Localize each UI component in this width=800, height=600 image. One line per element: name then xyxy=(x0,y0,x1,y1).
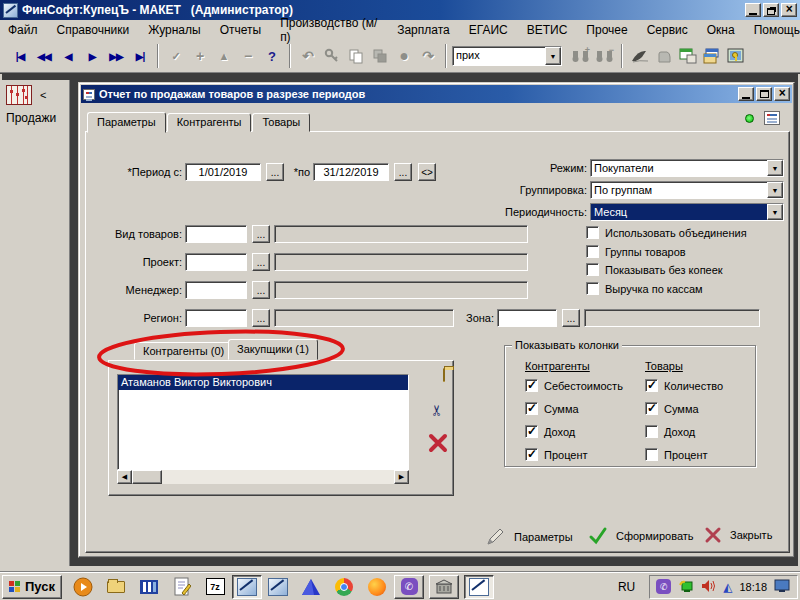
project-input[interactable] xyxy=(185,253,247,271)
viber-tray-icon[interactable]: ✆ xyxy=(656,579,671,594)
copy-button[interactable] xyxy=(344,44,368,68)
scroll-left-button[interactable]: ◀ xyxy=(117,470,132,484)
new-window-button[interactable] xyxy=(676,44,700,68)
dropdown-arrow-icon[interactable]: ▼ xyxy=(767,182,783,198)
goods-percent-checkbox[interactable] xyxy=(645,448,658,461)
folder-icon[interactable] xyxy=(104,575,128,599)
goods-sum-checkbox[interactable] xyxy=(645,402,658,415)
redo-button[interactable]: ↷ xyxy=(416,44,440,68)
period-swap-button[interactable]: <> xyxy=(418,163,436,181)
sidebar-collapse-button[interactable]: < xyxy=(40,89,46,101)
stop-button[interactable]: ● xyxy=(392,44,416,68)
goods-groups-checkbox[interactable] xyxy=(586,245,599,258)
manager-input[interactable] xyxy=(185,281,247,299)
volume-tray-icon[interactable] xyxy=(701,579,716,595)
income-checkbox[interactable] xyxy=(525,425,538,438)
layers-button[interactable] xyxy=(368,44,392,68)
periodicity-combobox[interactable]: Месяц ▼ xyxy=(590,203,784,221)
subtab-contractors[interactable]: Контрагенты (0) xyxy=(134,342,233,360)
menu-item[interactable]: Отчеты xyxy=(220,23,261,37)
undo-button[interactable]: ↶ xyxy=(296,44,320,68)
nav-fast-next-button[interactable]: ▶▶ xyxy=(104,44,128,68)
start-button[interactable]: Пуск xyxy=(2,575,62,599)
periodicity-value[interactable]: Месяц xyxy=(591,204,767,220)
mode-value[interactable]: Покупатели xyxy=(591,160,767,176)
goods-type-input[interactable] xyxy=(185,225,247,243)
period-from-browse-button[interactable]: ... xyxy=(266,163,284,181)
menu-item[interactable]: Файл xyxy=(8,23,38,37)
buyers-listbox[interactable]: Атаманов Виктор Викторович xyxy=(117,374,409,470)
period-from-input[interactable] xyxy=(185,163,261,181)
sidebar-label[interactable]: Продажи xyxy=(6,111,65,125)
cost-checkbox[interactable] xyxy=(525,379,538,392)
region-browse-button[interactable]: ... xyxy=(252,309,270,327)
nav-next-button[interactable]: ▶ xyxy=(80,44,104,68)
nav-last-button[interactable]: ▶| xyxy=(128,44,152,68)
report-view-icon[interactable] xyxy=(764,111,780,125)
find-next-button[interactable]: + xyxy=(568,44,592,68)
nav-fast-prev-button[interactable]: ◀◀ xyxy=(32,44,56,68)
scroll-thumb[interactable] xyxy=(132,470,162,484)
media-player-icon[interactable] xyxy=(71,575,95,599)
manager-browse-button[interactable]: ... xyxy=(252,281,270,299)
add-button[interactable]: + xyxy=(188,44,212,68)
confirm-button[interactable]: ✓ xyxy=(164,44,188,68)
grouping-combobox[interactable]: По группам ▼ xyxy=(590,181,784,199)
report-minimize-button[interactable] xyxy=(738,87,754,101)
close-button[interactable]: × xyxy=(781,3,797,17)
period-to-input[interactable] xyxy=(313,163,389,181)
edit-button[interactable]: ▲ xyxy=(212,44,236,68)
menu-item[interactable]: Журналы xyxy=(148,23,200,37)
display-tray-icon[interactable] xyxy=(774,579,791,595)
cash-revenue-checkbox[interactable] xyxy=(586,282,599,295)
generate-button[interactable]: Сформировать xyxy=(588,526,694,546)
add-buyer-button[interactable] xyxy=(443,369,445,381)
tab-contractors[interactable]: Контрагенты xyxy=(167,113,252,132)
menu-item[interactable]: Помощь xyxy=(754,23,800,37)
menu-item[interactable]: Окна xyxy=(707,23,735,37)
project-browse-button[interactable]: ... xyxy=(252,253,270,271)
dropdown-arrow-icon[interactable]: ▼ xyxy=(767,160,783,176)
sign-button[interactable] xyxy=(628,44,652,68)
tab-goods[interactable]: Товары xyxy=(252,113,310,132)
delete-buyer-button[interactable] xyxy=(428,433,448,455)
key-button[interactable] xyxy=(320,44,344,68)
menu-item[interactable]: Прочее xyxy=(586,23,627,37)
filter-combobox[interactable]: прих ▼ xyxy=(452,46,562,66)
dropdown-arrow-icon[interactable]: ▼ xyxy=(767,204,783,220)
dropdown-arrow-icon[interactable]: ▼ xyxy=(545,47,561,65)
menu-item[interactable]: Справочники xyxy=(57,23,130,37)
sum-checkbox[interactable] xyxy=(525,402,538,415)
nav-first-button[interactable]: |◀ xyxy=(8,44,32,68)
menu-item[interactable]: ВЕТИС xyxy=(527,23,568,37)
cut-buyer-button[interactable]: ✂ xyxy=(429,404,447,417)
tab-parameters[interactable]: Параметры xyxy=(87,112,166,133)
goods-type-browse-button[interactable]: ... xyxy=(252,225,270,243)
touch-button[interactable] xyxy=(652,44,676,68)
clock[interactable]: 18:18 xyxy=(739,581,767,593)
use-unions-checkbox[interactable] xyxy=(586,226,599,239)
notepad-icon[interactable] xyxy=(170,575,194,599)
buyers-hscrollbar[interactable]: ◀ ▶ xyxy=(117,470,409,484)
report-maximize-button[interactable] xyxy=(756,87,772,101)
restore-button[interactable] xyxy=(763,3,779,17)
parameters-button[interactable]: Параметры xyxy=(484,526,573,548)
menu-item[interactable]: Сервис xyxy=(647,23,688,37)
period-to-browse-button[interactable]: ... xyxy=(394,163,412,181)
close-report-button[interactable]: Закрыть xyxy=(704,526,772,544)
region-input[interactable] xyxy=(185,309,247,327)
seven-zip-icon[interactable]: 7z xyxy=(203,575,227,599)
find-prev-button[interactable]: − xyxy=(592,44,616,68)
nav-prev-button[interactable]: ◀ xyxy=(56,44,80,68)
help-button[interactable]: ? xyxy=(260,44,284,68)
list-item[interactable]: Атаманов Виктор Викторович xyxy=(118,375,408,390)
menu-item[interactable]: ЕГАИС xyxy=(469,23,508,37)
subtab-buyers[interactable]: Закупщики (1) xyxy=(228,339,318,360)
report-close-button[interactable]: × xyxy=(774,87,790,101)
finsoft-shortcut-icon[interactable] xyxy=(266,575,290,599)
bank-taskbar-button[interactable] xyxy=(429,575,459,599)
language-indicator[interactable]: RU xyxy=(610,580,643,594)
percent-checkbox[interactable] xyxy=(525,448,538,461)
zone-input[interactable] xyxy=(497,309,557,327)
goods-income-checkbox[interactable] xyxy=(645,425,658,438)
